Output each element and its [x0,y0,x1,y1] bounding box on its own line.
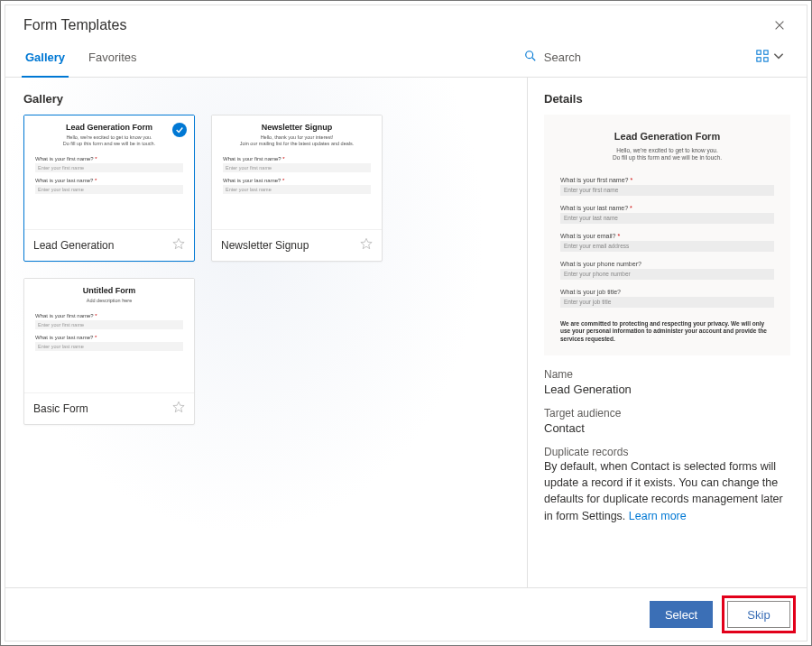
favorite-toggle[interactable] [172,237,185,254]
template-name: Lead Generation [33,239,114,252]
gallery-grid: Lead Generation Form Hello, we're excite… [23,115,509,425]
dialog-footer: Select Skip [5,587,807,641]
view-toggle[interactable] [752,46,789,69]
search-placeholder: Search [544,51,581,64]
search-input[interactable]: Search [519,46,586,69]
details-audience-value: Contact [544,421,790,435]
star-icon [360,237,373,250]
favorite-toggle[interactable] [360,237,373,254]
svg-point-0 [526,51,533,59]
skip-button[interactable]: Skip [727,601,790,628]
skip-highlight: Skip [722,595,796,633]
details-name-label: Name [544,368,790,381]
template-name: Basic Form [33,402,88,415]
svg-rect-3 [764,50,768,53]
template-card-lead-generation[interactable]: Lead Generation Form Hello, we're excite… [23,115,195,262]
gallery-section-title: Gallery [23,92,509,106]
details-section-title: Details [544,92,790,106]
star-icon [172,237,185,250]
details-preview: Lead Generation Form Hello, we're excite… [544,115,790,355]
svg-line-1 [532,58,536,61]
svg-rect-4 [757,57,761,60]
details-audience-label: Target audience [544,407,790,420]
search-icon [524,50,537,65]
star-icon [172,401,185,413]
close-button[interactable] [770,16,789,34]
favorite-toggle[interactable] [172,401,185,417]
details-duplicate-label: Duplicate records [544,446,790,458]
details-duplicate-body: By default, when Contact is selected for… [544,458,790,524]
close-icon [773,19,786,32]
template-preview: Untitled Form Add description here What … [24,279,194,392]
template-card-newsletter-signup[interactable]: Newsletter Signup Hello, thank you for y… [211,115,383,262]
details-name-value: Lead Generation [544,383,790,396]
dialog-title: Form Templates [23,17,126,33]
tab-bar: Gallery Favorites Search [5,38,807,78]
template-preview: Lead Generation Form Hello, we're excite… [24,115,194,229]
tab-gallery[interactable]: Gallery [23,38,67,77]
details-pane: Details Lead Generation Form Hello, we'r… [527,78,807,587]
check-icon [175,125,184,134]
template-preview: Newsletter Signup Hello, thank you for y… [212,115,382,229]
select-button[interactable]: Select [650,601,713,628]
svg-rect-5 [764,57,768,60]
tab-favorites[interactable]: Favorites [87,38,138,77]
chevron-down-icon [772,50,785,66]
grid-icon [756,50,769,66]
template-card-basic-form[interactable]: Untitled Form Add description here What … [23,278,195,425]
svg-rect-2 [757,50,761,53]
gallery-pane: Gallery Lead Generation Form Hello, we'r… [5,78,527,587]
learn-more-link[interactable]: Learn more [629,510,687,522]
selected-badge [172,123,187,137]
template-name: Newsletter Signup [221,239,309,252]
dialog-header: Form Templates [5,5,807,38]
